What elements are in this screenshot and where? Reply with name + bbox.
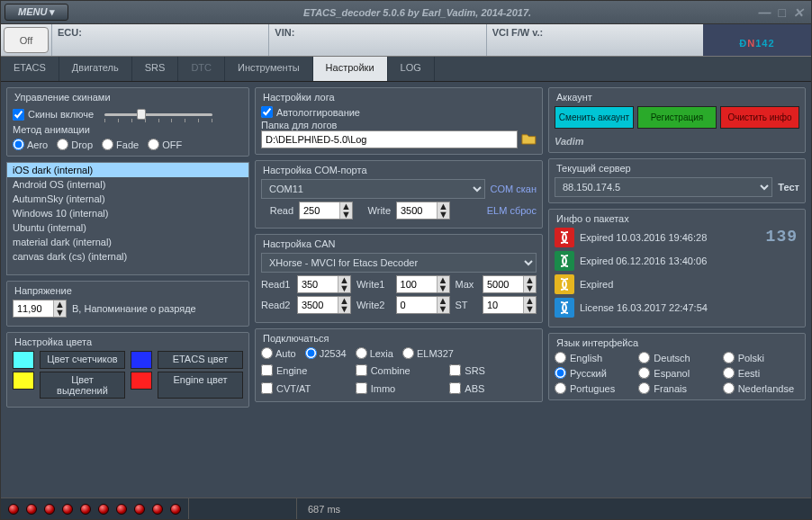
input[interactable]: [298, 276, 338, 292]
status-ms: 687 ms: [296, 498, 351, 519]
led-icon: [44, 504, 55, 515]
com-scan-link[interactable]: COM скан: [491, 184, 537, 194]
lang-deutsch[interactable]: Deutsch: [638, 352, 715, 363]
voltage-hint: В, Напоминание о разряде: [72, 303, 196, 314]
can-max-spinner[interactable]: ▲▼: [483, 275, 537, 293]
skin-item[interactable]: Ubuntu (internal): [7, 220, 248, 235]
input[interactable]: [397, 297, 437, 313]
lang-eesti[interactable]: Eesti: [723, 367, 799, 379]
elm-reset-link[interactable]: ELM сброс: [487, 205, 537, 216]
folder-icon[interactable]: [521, 132, 537, 147]
packet-text: Expired 10.03.2016 19:46:28: [580, 232, 707, 243]
can-read1-spinner[interactable]: ▲▼: [297, 275, 351, 293]
change-account-button[interactable]: Сменить аккаунт: [555, 106, 634, 129]
lang-english[interactable]: English: [555, 352, 631, 363]
maximize-icon[interactable]: □: [779, 5, 786, 20]
skin-item[interactable]: material dark (internal): [7, 235, 248, 249]
input[interactable]: [298, 297, 338, 313]
label: Read1: [261, 279, 292, 290]
led-icon: [152, 504, 163, 515]
ecu-cell: ECU:: [51, 24, 268, 56]
register-button[interactable]: Регистрация: [637, 106, 717, 129]
can-write2-spinner[interactable]: ▲▼: [396, 296, 450, 314]
counter-color-button[interactable]: Цвет счетчиков: [40, 351, 125, 369]
com-write-spinner[interactable]: ▲▼: [396, 202, 450, 220]
anim-radio-aero[interactable]: Aero: [13, 139, 48, 150]
input[interactable]: [483, 297, 523, 313]
lang-nederlandse[interactable]: Nederlandse: [723, 382, 799, 394]
tab-инструменты[interactable]: Инструменты: [225, 57, 313, 81]
input[interactable]: [483, 276, 523, 292]
autolog-checkbox[interactable]: [261, 106, 273, 118]
lang-espanol[interactable]: Espanol: [638, 367, 715, 379]
connect-mode-elm327[interactable]: ELM327: [402, 347, 454, 359]
led-icon: [170, 504, 181, 515]
skin-list[interactable]: iOS dark (internal)Android OS (internal)…: [6, 162, 249, 275]
account-name: Vadim: [555, 136, 799, 147]
lang-portugues[interactable]: Portugues: [555, 382, 631, 394]
group-title: Язык интерфейса: [555, 337, 799, 348]
etacs-swatch[interactable]: [131, 351, 152, 369]
close-icon[interactable]: ✕: [793, 5, 804, 20]
com-read-spinner[interactable]: ▲▼: [299, 202, 353, 220]
minimize-icon[interactable]: —: [759, 5, 771, 20]
skin-item[interactable]: Android OS (internal): [7, 177, 248, 192]
can-write1-spinner[interactable]: ▲▼: [396, 275, 450, 293]
counter-swatch[interactable]: [13, 351, 34, 369]
server-select[interactable]: 88.150.174.5: [555, 177, 772, 197]
com-read-input[interactable]: [300, 202, 339, 219]
skin-item[interactable]: iOS dark (internal): [7, 163, 248, 177]
anim-radio-fade[interactable]: Fade: [102, 139, 139, 150]
log-folder-input[interactable]: [261, 130, 518, 148]
can-group: Настройка CAN XHorse - MVCI for Etacs De…: [255, 234, 543, 323]
packets-group: Инфо о пакетах Expired 10.03.2016 19:46:…: [548, 209, 806, 327]
skin-item[interactable]: canvas dark (cs) (internal): [7, 249, 248, 264]
lang-русский[interactable]: Русский: [555, 367, 631, 379]
voltage-input[interactable]: [14, 300, 53, 317]
off-button[interactable]: Off: [4, 27, 49, 53]
info-bar: Off ECU: VIN: VCI F/W v.: ÐN142: [1, 24, 811, 57]
check-abs[interactable]: ABS: [449, 382, 537, 394]
skins-enabled-checkbox[interactable]: [13, 109, 24, 121]
connect-mode-j2534[interactable]: J2534: [305, 347, 347, 359]
lang-polski[interactable]: Polski: [723, 352, 799, 363]
packet-text: Expired: [580, 279, 613, 290]
tab-настройки[interactable]: Настройки: [313, 57, 388, 81]
anim-radio-off[interactable]: OFF: [148, 139, 182, 150]
etacs-color-button[interactable]: ETACS цвет: [158, 351, 243, 369]
anim-radio-drop[interactable]: Drop: [57, 139, 93, 150]
menu-button[interactable]: MENU: [5, 4, 68, 21]
can-st-spinner[interactable]: ▲▼: [483, 296, 537, 314]
tab-etacs[interactable]: ETACS: [1, 57, 59, 81]
engine-swatch[interactable]: [131, 372, 152, 390]
voltage-spinner[interactable]: ▲▼: [13, 300, 67, 318]
input[interactable]: [397, 276, 437, 292]
skin-item[interactable]: AutumnSky (internal): [7, 192, 248, 206]
clear-info-button[interactable]: Очистить инфо: [720, 106, 799, 129]
connect-mode-lexia[interactable]: Lexia: [356, 347, 393, 359]
check-combine[interactable]: Combine: [356, 364, 443, 376]
tab-dtc[interactable]: DTC: [178, 57, 225, 81]
tab-log[interactable]: LOG: [388, 57, 435, 81]
group-title: Напряжение: [13, 285, 243, 296]
lang-franais[interactable]: Franais: [638, 382, 715, 394]
tab-srs[interactable]: SRS: [132, 57, 179, 81]
select-color-button[interactable]: Цвет выделений: [40, 372, 125, 399]
anim-label: Метод анимации: [13, 124, 243, 135]
check-cvt-at[interactable]: CVT/AT: [261, 382, 348, 394]
connect-mode-auto[interactable]: Auto: [261, 347, 296, 359]
tab-двигатель[interactable]: Двигатель: [59, 57, 132, 81]
engine-color-button[interactable]: Engine цвет: [158, 372, 243, 399]
check-srs[interactable]: SRS: [449, 364, 537, 376]
check-immo[interactable]: Immo: [356, 382, 443, 394]
com-port-select[interactable]: COM11: [261, 179, 485, 199]
check-engine[interactable]: Engine: [261, 364, 348, 376]
connect-checks: Engine Combine SRS CVT/AT Immo ABS: [261, 363, 537, 396]
skin-item[interactable]: Windows 10 (internal): [7, 206, 248, 220]
test-link[interactable]: Тест: [778, 182, 799, 193]
can-iface-select[interactable]: XHorse - MVCI for Etacs Decoder: [261, 253, 537, 273]
select-swatch[interactable]: [13, 372, 34, 390]
can-read2-spinner[interactable]: ▲▼: [297, 296, 351, 314]
com-write-input[interactable]: [397, 202, 437, 219]
skin-slider[interactable]: [104, 106, 212, 122]
